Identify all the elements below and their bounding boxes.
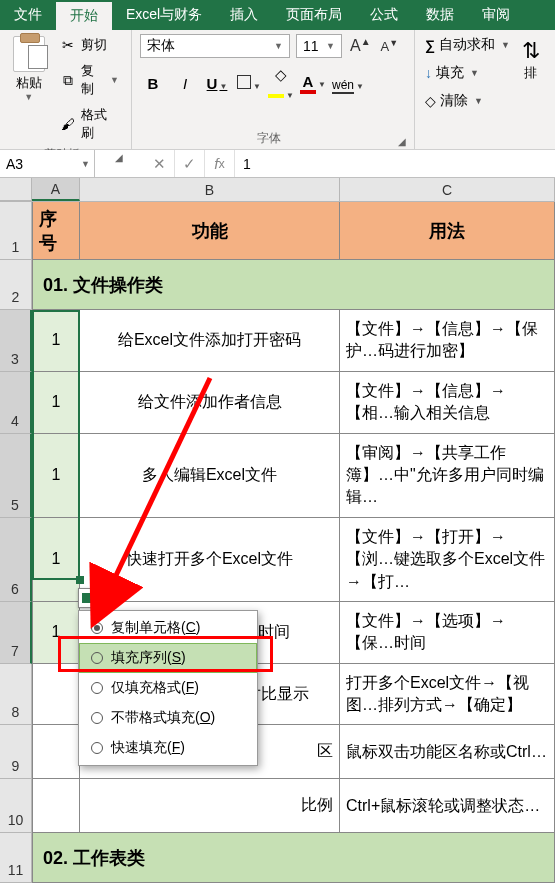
tab-excel-finance[interactable]: Excel与财务: [112, 0, 216, 30]
font-dialog-launcher[interactable]: ◢: [398, 136, 406, 147]
header-cell-seq[interactable]: 序号: [32, 202, 80, 260]
formula-value: 1: [243, 156, 251, 172]
fill-handle[interactable]: [76, 576, 84, 584]
radio-icon: [91, 652, 103, 664]
autosum-button[interactable]: ∑ 自动求和 ▼: [423, 34, 512, 56]
cancel-formula-button[interactable]: ✕: [145, 150, 175, 177]
tab-review[interactable]: 审阅: [468, 0, 524, 30]
italic-button[interactable]: I: [172, 75, 198, 92]
font-name-combo[interactable]: 宋体 ▼: [140, 34, 290, 58]
name-box[interactable]: A3 ▼: [0, 150, 95, 177]
cell-A5[interactable]: 1: [32, 434, 80, 518]
font-color-icon: A: [300, 73, 316, 94]
select-all-corner[interactable]: [0, 178, 32, 201]
borders-button[interactable]: ▼: [236, 75, 262, 92]
paste-button[interactable]: 粘贴 ▼: [8, 34, 49, 104]
tab-file[interactable]: 文件: [0, 0, 56, 30]
fill-down-icon: ↓: [425, 65, 432, 81]
row-header-7[interactable]: 7: [0, 602, 32, 664]
cell-A3[interactable]: 1: [32, 310, 80, 372]
eraser-icon: ◇: [425, 93, 436, 109]
paste-dropdown-icon[interactable]: ▼: [24, 92, 33, 102]
autofill-options-button[interactable]: ▼: [78, 588, 106, 608]
cell-C3[interactable]: 【文件】→【信息】→【保护…码进行加密】: [340, 310, 555, 372]
col-header-C[interactable]: C: [340, 178, 555, 201]
tab-insert[interactable]: 插入: [216, 0, 272, 30]
cell-A9[interactable]: [32, 725, 80, 779]
row-header-6[interactable]: 6: [0, 518, 32, 602]
menu-fill-without-format[interactable]: 不带格式填充(O): [79, 703, 257, 733]
header-cell-function[interactable]: 功能: [80, 202, 340, 260]
col-header-B[interactable]: B: [80, 178, 340, 201]
fill-button[interactable]: ↓ 填充 ▼: [423, 62, 512, 84]
phonetic-guide-button[interactable]: wén▼: [332, 75, 358, 92]
cell-C6[interactable]: 【文件】→【打开】→【浏…键选取多个Excel文件→【打…: [340, 518, 555, 602]
radio-icon: [91, 742, 103, 754]
cell-A4[interactable]: 1: [32, 372, 80, 434]
cell-C4[interactable]: 【文件】→【信息】→【相…输入相关信息: [340, 372, 555, 434]
cell-C5[interactable]: 【审阅】→【共享工作簿】…中"允许多用户同时编辑…: [340, 434, 555, 518]
row-header-2[interactable]: 2: [0, 260, 32, 310]
copy-button[interactable]: ⧉ 复制 ▼: [55, 60, 123, 100]
tab-data[interactable]: 数据: [412, 0, 468, 30]
format-painter-button[interactable]: 🖌 格式刷: [55, 104, 123, 144]
bold-button[interactable]: B: [140, 75, 166, 92]
row-header-3[interactable]: 3: [0, 310, 32, 372]
format-painter-label: 格式刷: [81, 106, 119, 142]
cell-A10[interactable]: [32, 779, 80, 833]
font-color-button[interactable]: A▼: [300, 73, 326, 94]
row-header-1[interactable]: 1: [0, 202, 32, 260]
row-header-11[interactable]: 11: [0, 833, 32, 883]
name-box-dropdown-icon[interactable]: ▼: [81, 159, 90, 169]
menu-fill-format-only[interactable]: 仅填充格式(F): [79, 673, 257, 703]
group-clipboard: 粘贴 ▼ ✂ 剪切 ⧉ 复制 ▼ 🖌 格式刷 剪贴板: [0, 30, 132, 149]
cell-A8[interactable]: [32, 664, 80, 726]
increase-font-button[interactable]: A▲: [348, 36, 373, 55]
tab-home[interactable]: 开始: [56, 0, 112, 30]
insert-function-button[interactable]: fx: [205, 150, 235, 177]
menu-copy-cells[interactable]: 复制单元格(C): [79, 613, 257, 643]
fill-color-button[interactable]: ◇ ▼: [268, 66, 294, 101]
header-cell-usage[interactable]: 用法: [340, 202, 555, 260]
row-header-8[interactable]: 8: [0, 664, 32, 726]
underline-button[interactable]: U▼: [204, 75, 230, 92]
cell-B10[interactable]: 比例: [80, 779, 340, 833]
cell-C9[interactable]: 鼠标双击功能区名称或Ctrl…: [340, 725, 555, 779]
cell-B4[interactable]: 给文件添加作者信息: [80, 372, 340, 434]
paste-icon: [13, 36, 45, 72]
cell-B3[interactable]: 给Excel文件添加打开密码: [80, 310, 340, 372]
section-1-title[interactable]: 01. 文件操作类: [32, 260, 555, 310]
cell-B5[interactable]: 多人编辑Excel文件: [80, 434, 340, 518]
column-headers: A B C: [0, 178, 555, 202]
cut-button[interactable]: ✂ 剪切: [55, 34, 123, 56]
autosum-label: 自动求和: [439, 36, 495, 54]
cell-B6[interactable]: 快速打开多个Excel文件: [80, 518, 340, 602]
group-title-editing: [423, 145, 547, 147]
row-header-10[interactable]: 10: [0, 779, 32, 833]
menu-fill-series[interactable]: 填充序列(S): [79, 643, 257, 673]
section-2-title[interactable]: 02. 工作表类: [32, 833, 555, 883]
tab-page-layout[interactable]: 页面布局: [272, 0, 356, 30]
cell-A6[interactable]: 1: [32, 518, 80, 602]
font-size-combo[interactable]: 11 ▼: [296, 34, 342, 58]
tab-formulas[interactable]: 公式: [356, 0, 412, 30]
clear-button[interactable]: ◇ 清除 ▼: [423, 90, 512, 112]
sort-filter-button[interactable]: ⇅ 排: [518, 34, 544, 112]
col-header-A[interactable]: A: [32, 178, 80, 201]
cell-C8[interactable]: 打开多个Excel文件→【视图…排列方式→【确定】: [340, 664, 555, 726]
sort-icon: ⇅: [522, 38, 540, 64]
row-header-4[interactable]: 4: [0, 372, 32, 434]
row-header-9[interactable]: 9: [0, 725, 32, 779]
formula-input[interactable]: 1: [235, 150, 555, 177]
enter-formula-button[interactable]: ✓: [175, 150, 205, 177]
cut-label: 剪切: [81, 36, 107, 54]
cell-C10[interactable]: Ctrl+鼠标滚轮或调整状态…: [340, 779, 555, 833]
menu-flash-fill[interactable]: 快速填充(F): [79, 733, 257, 763]
decrease-font-button[interactable]: A▼: [379, 38, 401, 54]
section-row-1: 2 01. 文件操作类: [0, 260, 555, 310]
menu-flash-fill-label: 快速填充(F): [111, 739, 185, 757]
menu-fill-format-only-label: 仅填充格式(F): [111, 679, 199, 697]
cell-A7[interactable]: 1: [32, 602, 80, 664]
cell-C7[interactable]: 【文件】→【选项】→【保…时间: [340, 602, 555, 664]
row-header-5[interactable]: 5: [0, 434, 32, 518]
